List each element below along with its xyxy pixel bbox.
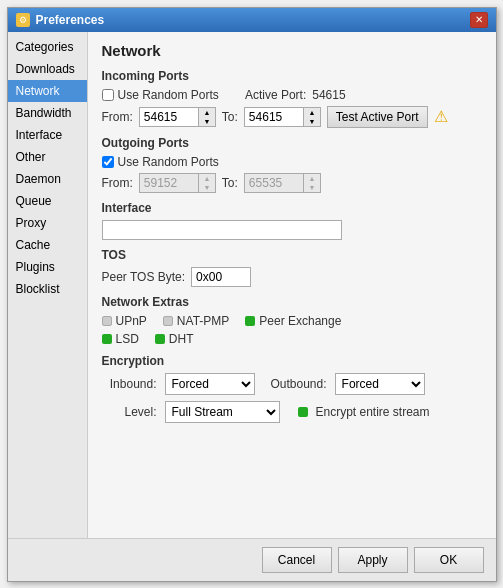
level-dropdown[interactable]: Full Stream Handshake Only: [165, 401, 280, 423]
sidebar-item-cache[interactable]: Cache: [8, 234, 87, 256]
peer-exchange-indicator: [245, 316, 255, 326]
peer-exchange-item: Peer Exchange: [245, 314, 341, 328]
active-port-value: 54615: [312, 88, 345, 102]
encryption-inbound-row: Inbound: Forced Preferred Disabled Outbo…: [102, 373, 482, 395]
incoming-from-spinner: 54615 ▲ ▼: [139, 107, 216, 127]
incoming-from-label: From:: [102, 110, 133, 124]
sidebar-item-proxy[interactable]: Proxy: [8, 212, 87, 234]
close-button[interactable]: ✕: [470, 12, 488, 28]
incoming-to-spinner: 54615 ▲ ▼: [244, 107, 321, 127]
sidebar-item-categories[interactable]: Categories: [8, 36, 87, 58]
incoming-from-input[interactable]: 54615: [139, 107, 199, 127]
use-random-incoming-label: Use Random Ports: [118, 88, 219, 102]
sidebar-item-bandwidth[interactable]: Bandwidth: [8, 102, 87, 124]
outgoing-to-label: To:: [222, 176, 238, 190]
ok-button[interactable]: OK: [414, 547, 484, 573]
lsd-indicator: [102, 334, 112, 344]
nat-pmp-item: NAT-PMP: [163, 314, 229, 328]
network-extras-title: Network Extras: [102, 295, 482, 309]
use-random-outgoing-label: Use Random Ports: [118, 155, 219, 169]
sidebar-item-downloads[interactable]: Downloads: [8, 58, 87, 80]
sidebar-item-daemon[interactable]: Daemon: [8, 168, 87, 190]
incoming-to-down[interactable]: ▼: [304, 117, 320, 126]
outgoing-to-spinner-btns: ▲ ▼: [303, 173, 321, 193]
upnp-indicator: [102, 316, 112, 326]
lsd-label: LSD: [116, 332, 139, 346]
dht-indicator: [155, 334, 165, 344]
incoming-to-label: To:: [222, 110, 238, 124]
incoming-random-row: Use Random Ports Active Port: 54615: [102, 88, 482, 102]
peer-exchange-label: Peer Exchange: [259, 314, 341, 328]
test-active-port-button[interactable]: Test Active Port: [327, 106, 428, 128]
sidebar-item-interface[interactable]: Interface: [8, 124, 87, 146]
inbound-dropdown[interactable]: Forced Preferred Disabled: [165, 373, 255, 395]
interface-row: [102, 220, 482, 240]
sidebar-item-blocklist[interactable]: Blocklist: [8, 278, 87, 300]
outgoing-ports-title: Outgoing Ports: [102, 136, 482, 150]
panel-title: Network: [102, 42, 482, 59]
footer: Cancel Apply OK: [8, 538, 496, 581]
active-port-label: Active Port:: [245, 88, 306, 102]
outgoing-from-input: 59152: [139, 173, 199, 193]
peer-tos-label: Peer TOS Byte:: [102, 270, 186, 284]
use-random-outgoing-checkbox[interactable]: [102, 156, 114, 168]
outgoing-to-up: ▲: [304, 174, 320, 183]
encrypt-stream-label: Encrypt entire stream: [316, 405, 430, 419]
peer-tos-input[interactable]: 0x00: [191, 267, 251, 287]
use-random-incoming-container: Use Random Ports: [102, 88, 219, 102]
encryption-title: Encryption: [102, 354, 482, 368]
interface-title: Interface: [102, 201, 482, 215]
incoming-from-spinner-btns: ▲ ▼: [198, 107, 216, 127]
nat-pmp-label: NAT-PMP: [177, 314, 229, 328]
use-random-outgoing-container: Use Random Ports: [102, 155, 219, 169]
incoming-from-up[interactable]: ▲: [199, 108, 215, 117]
main-panel: Network Incoming Ports Use Random Ports …: [88, 32, 496, 538]
warning-icon: ⚠: [434, 107, 448, 126]
incoming-to-input[interactable]: 54615: [244, 107, 304, 127]
outgoing-from-label: From:: [102, 176, 133, 190]
outgoing-from-up: ▲: [199, 174, 215, 183]
nat-pmp-indicator: [163, 316, 173, 326]
sidebar-item-queue[interactable]: Queue: [8, 190, 87, 212]
outgoing-port-range-row: From: 59152 ▲ ▼ To: 65535 ▲ ▼: [102, 173, 482, 193]
use-random-incoming-checkbox[interactable]: [102, 89, 114, 101]
interface-input[interactable]: [102, 220, 342, 240]
tos-row: Peer TOS Byte: 0x00: [102, 267, 482, 287]
preferences-window: ⚙ Preferences ✕ Categories Downloads Net…: [7, 7, 497, 582]
upnp-label: UPnP: [116, 314, 147, 328]
inbound-label: Inbound:: [102, 377, 157, 391]
app-icon: ⚙: [16, 13, 30, 27]
cancel-button[interactable]: Cancel: [262, 547, 332, 573]
encrypt-stream-indicator: [298, 407, 308, 417]
sidebar: Categories Downloads Network Bandwidth I…: [8, 32, 88, 538]
outbound-dropdown[interactable]: Forced Preferred Disabled: [335, 373, 425, 395]
sidebar-item-plugins[interactable]: Plugins: [8, 256, 87, 278]
lsd-item: LSD: [102, 332, 139, 346]
upnp-item: UPnP: [102, 314, 147, 328]
outbound-label: Outbound:: [271, 377, 327, 391]
outgoing-to-input: 65535: [244, 173, 304, 193]
tos-title: TOS: [102, 248, 482, 262]
dht-item: DHT: [155, 332, 194, 346]
incoming-ports-title: Incoming Ports: [102, 69, 482, 83]
sidebar-item-network[interactable]: Network: [8, 80, 87, 102]
level-label: Level:: [102, 405, 157, 419]
network-extras-row1: UPnP NAT-PMP Peer Exchange: [102, 314, 482, 328]
outgoing-from-spinner-btns: ▲ ▼: [198, 173, 216, 193]
window-title: Preferences: [36, 13, 105, 27]
content-area: Categories Downloads Network Bandwidth I…: [8, 32, 496, 538]
incoming-from-down[interactable]: ▼: [199, 117, 215, 126]
outgoing-to-down: ▼: [304, 183, 320, 192]
encryption-level-row: Level: Full Stream Handshake Only Encryp…: [102, 401, 482, 423]
incoming-port-range-row: From: 54615 ▲ ▼ To: 54615 ▲ ▼ Test A: [102, 106, 482, 128]
title-bar: ⚙ Preferences ✕: [8, 8, 496, 32]
incoming-to-up[interactable]: ▲: [304, 108, 320, 117]
outgoing-to-spinner: 65535 ▲ ▼: [244, 173, 321, 193]
sidebar-item-other[interactable]: Other: [8, 146, 87, 168]
title-bar-left: ⚙ Preferences: [16, 13, 105, 27]
network-extras-row2: LSD DHT: [102, 332, 482, 346]
outgoing-from-down: ▼: [199, 183, 215, 192]
incoming-to-spinner-btns: ▲ ▼: [303, 107, 321, 127]
apply-button[interactable]: Apply: [338, 547, 408, 573]
outgoing-from-spinner: 59152 ▲ ▼: [139, 173, 216, 193]
